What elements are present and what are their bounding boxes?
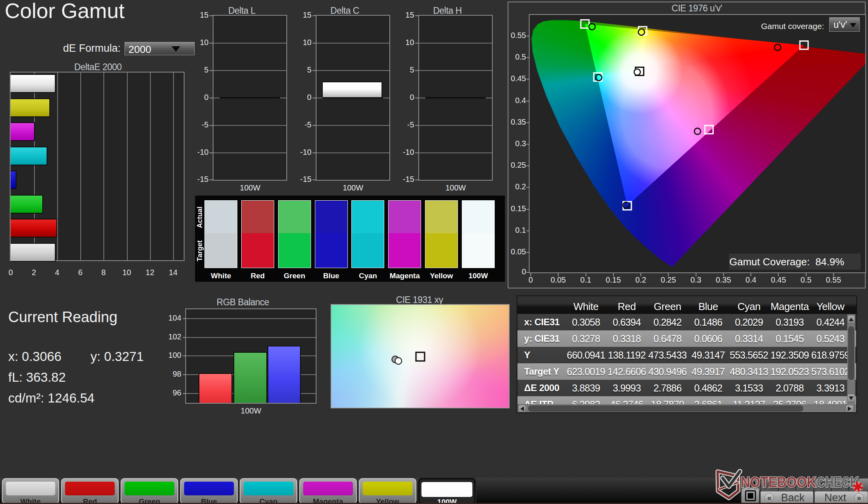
- svg-text:NOTEBOOK: NOTEBOOK: [741, 474, 816, 490]
